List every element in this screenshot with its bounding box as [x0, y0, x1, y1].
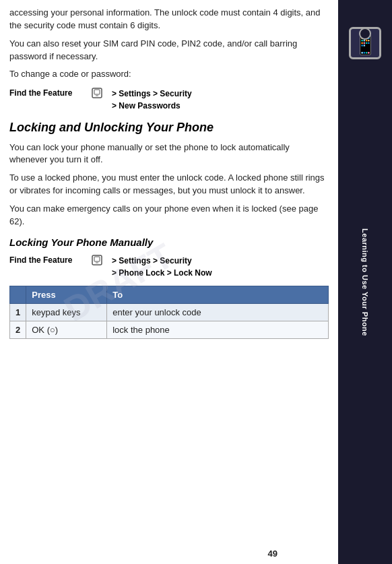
svg-point-3: [97, 95, 98, 96]
svg-point-2: [96, 95, 97, 96]
main-content: DRAFT accessing your personal informatio…: [0, 0, 338, 564]
paragraph-4: You can lock your phone manually or set …: [9, 142, 329, 167]
phone-icon-2: [90, 255, 105, 265]
paragraph-3: To change a code or password:: [9, 68, 329, 81]
table-row: 1keypad keysenter your unlock code: [10, 303, 329, 321]
find-feature-2: Find the Feature > Settings > Security >…: [9, 255, 329, 279]
page-container: DRAFT accessing your personal informatio…: [0, 0, 392, 564]
page-number: 49: [268, 549, 277, 559]
paragraph-5: To use a locked phone, you must enter th…: [9, 172, 329, 197]
table-header-num: [10, 286, 26, 303]
svg-rect-5: [94, 257, 100, 261]
press-table: Press To 1keypad keysenter your unlock c…: [9, 286, 329, 339]
svg-rect-1: [94, 90, 100, 94]
table-cell-num: 1: [10, 303, 26, 321]
paragraph-6: You can make emergency calls on your pho…: [9, 203, 329, 228]
svg-point-7: [97, 262, 98, 263]
find-feature-label-2: Find the Feature: [9, 255, 84, 265]
table-cell-press: OK (○): [26, 321, 107, 338]
section-heading-1: Locking and Unlocking Your Phone: [9, 120, 329, 135]
phone-svg-2: [90, 255, 105, 265]
phone-svg-1: [90, 88, 105, 98]
feature-path-1: > Settings > Security > New Passwords: [112, 88, 192, 112]
svg-point-6: [96, 262, 97, 263]
phone-icon-1: [90, 88, 105, 98]
sidebar-rotated-label: Learning to Use Your Phone: [361, 228, 369, 336]
paragraph-1: accessing your personal information. The…: [9, 7, 329, 32]
table-header-press: Press: [26, 286, 107, 303]
sub-heading-2: Locking Your Phone Manually: [9, 237, 329, 248]
right-sidebar: 📱 Learning to Use Your Phone: [338, 0, 392, 564]
table-cell-num: 2: [10, 321, 26, 338]
feature-path-2: > Settings > Security > Phone Lock > Loc…: [112, 255, 212, 279]
find-feature-1: Find the Feature > Settings > Security >…: [9, 88, 329, 112]
table-cell-to: enter your unlock code: [107, 303, 329, 321]
table-cell-to: lock the phone: [107, 321, 329, 338]
paragraph-2: You can also reset your SIM card PIN cod…: [9, 38, 329, 63]
table-header-to: To: [107, 286, 329, 303]
table-cell-press: keypad keys: [26, 303, 107, 321]
find-feature-label-1: Find the Feature: [9, 88, 84, 98]
table-row: 2OK (○)lock the phone: [10, 321, 329, 338]
